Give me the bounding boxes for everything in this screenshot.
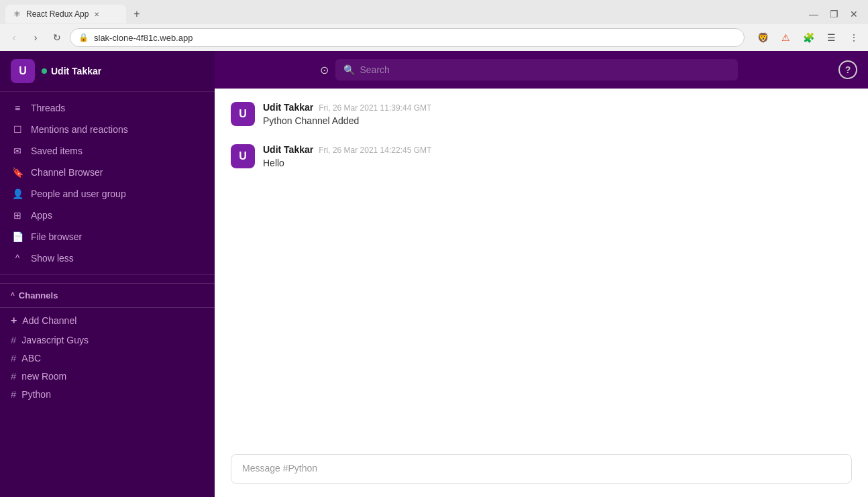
lock-icon: 🔒: [78, 33, 89, 42]
avatar: U: [231, 144, 255, 168]
channel-hash-icon: #: [11, 334, 16, 345]
message-content: Udit Takkar Fri, 26 Mar 2021 14:22:45 GM…: [263, 144, 852, 170]
sidebar-item-label: Show less: [31, 253, 74, 264]
channel-name: Javascript Guys: [21, 335, 89, 345]
browser-chrome: ⚛ React Redux App ✕ + — ❐ ✕ ‹ › ↻ 🔒 slak…: [0, 0, 868, 51]
sidebar-item-label: People and user group: [31, 188, 126, 199]
channels-header[interactable]: ^ Channels: [0, 286, 215, 305]
show-less-icon: ^: [11, 252, 24, 265]
app: U Udit Takkar ≡ Threads ☐ Mentions and r…: [0, 51, 868, 497]
threads-icon: ≡: [11, 101, 24, 115]
url-display: slak-clone-4f81c.web.app: [94, 33, 736, 43]
avatar: U: [11, 59, 35, 83]
sidebar-nav: ≡ Threads ☐ Mentions and reactions ✉ Sav…: [0, 92, 215, 275]
address-bar[interactable]: 🔒 slak-clone-4f81c.web.app: [70, 28, 745, 47]
message-item: U Udit Takkar Fri, 26 Mar 2021 11:39:44 …: [231, 102, 852, 128]
menu-button[interactable]: ⋮: [845, 29, 863, 46]
file-browser-icon: 📄: [11, 230, 24, 243]
add-channel-button[interactable]: + Add Channel: [0, 311, 215, 331]
apps-icon: ⊞: [11, 209, 24, 222]
channels-chevron-icon: ^: [11, 292, 15, 299]
browser-actions: 🦁 ⚠ 🧩 ☰ ⋮: [754, 29, 863, 46]
window-close-button[interactable]: ✕: [845, 5, 863, 23]
channel-name: ABC: [21, 353, 41, 364]
warning-icon[interactable]: ⚠: [777, 29, 794, 46]
message-text: Hello: [263, 156, 852, 170]
channel-item-javascript-guys[interactable]: # Javascript Guys: [0, 331, 215, 349]
new-tab-button[interactable]: +: [129, 6, 145, 22]
reload-button[interactable]: ↻: [48, 29, 66, 46]
message-content: Udit Takkar Fri, 26 Mar 2021 11:39:44 GM…: [263, 102, 852, 128]
tab-list-button[interactable]: ☰: [822, 29, 840, 46]
message-input-area: Message #Python: [215, 446, 868, 497]
tab-favicon: ⚛: [13, 9, 21, 19]
browser-tab[interactable]: ⚛ React Redux App ✕: [5, 5, 126, 23]
sidebar-item-channel-browser[interactable]: 🔖 Channel Browser: [0, 162, 215, 183]
sidebar-item-label: Saved items: [31, 146, 83, 156]
channel-hash-icon: #: [11, 352, 16, 364]
online-status-dot: [42, 68, 47, 74]
channel-hash-icon: #: [11, 388, 16, 400]
add-channel-plus-icon: +: [11, 315, 17, 327]
sidebar-item-mentions[interactable]: ☐ Mentions and reactions: [0, 119, 215, 140]
main-topbar: ⊙ 🔍 ?: [215, 51, 868, 89]
sidebar-item-label: Apps: [31, 210, 52, 221]
message-header: Udit Takkar Fri, 26 Mar 2021 11:39:44 GM…: [263, 102, 852, 113]
user-name-area: Udit Takkar: [42, 66, 101, 76]
message-header: Udit Takkar Fri, 26 Mar 2021 14:22:45 GM…: [263, 144, 852, 155]
message-time: Fri, 26 Mar 2021 11:39:44 GMT: [319, 103, 431, 113]
message-item: U Udit Takkar Fri, 26 Mar 2021 14:22:45 …: [231, 144, 852, 170]
channel-item-abc[interactable]: # ABC: [0, 349, 215, 367]
add-channel-label: Add Channel: [22, 315, 76, 326]
divider: [0, 283, 215, 284]
channel-hash-icon: #: [11, 370, 16, 382]
channel-browser-icon: 🔖: [11, 166, 24, 179]
tab-title: React Redux App: [26, 9, 89, 19]
user-name: Udit Takkar: [42, 66, 101, 76]
message-author: Udit Takkar: [263, 144, 313, 155]
channel-item-python[interactable]: # Python: [0, 385, 215, 403]
sidebar-item-apps[interactable]: ⊞ Apps: [0, 205, 215, 226]
sidebar-item-file-browser[interactable]: 📄 File browser: [0, 226, 215, 247]
window-maximize-button[interactable]: ❐: [825, 5, 843, 23]
sidebar-item-saved[interactable]: ✉ Saved items: [0, 140, 215, 162]
messages-area: U Udit Takkar Fri, 26 Mar 2021 11:39:44 …: [215, 89, 868, 446]
extensions-button[interactable]: 🧩: [800, 29, 817, 46]
window-minimize-button[interactable]: —: [805, 5, 822, 23]
search-area: ⊙ 🔍: [225, 59, 832, 80]
people-icon: 👤: [11, 187, 24, 201]
search-box: 🔍: [335, 59, 738, 80]
browser-controls: ‹ › ↻ 🔒 slak-clone-4f81c.web.app 🦁 ⚠ 🧩 ☰…: [0, 24, 868, 51]
saved-icon: ✉: [11, 144, 24, 158]
sidebar-item-threads[interactable]: ≡ Threads: [0, 97, 215, 119]
brave-icon[interactable]: 🦁: [754, 29, 771, 46]
sidebar: U Udit Takkar ≡ Threads ☐ Mentions and r…: [0, 51, 215, 497]
avatar: U: [231, 102, 255, 126]
forward-button[interactable]: ›: [27, 29, 44, 46]
message-input[interactable]: Message #Python: [231, 454, 852, 484]
channel-item-new-room[interactable]: # new Room: [0, 367, 215, 385]
sidebar-item-label: Threads: [31, 103, 65, 113]
search-input[interactable]: [360, 64, 730, 75]
sidebar-header: U Udit Takkar: [0, 51, 215, 92]
sidebar-item-label: Channel Browser: [31, 167, 103, 178]
sidebar-item-label: Mentions and reactions: [31, 124, 128, 135]
tab-close-button[interactable]: ✕: [94, 11, 99, 18]
sidebar-item-show-less[interactable]: ^ Show less: [0, 247, 215, 269]
message-time: Fri, 26 Mar 2021 14:22:45 GMT: [319, 146, 431, 155]
message-text: Python Channel Added: [263, 114, 852, 128]
mentions-icon: ☐: [11, 123, 24, 136]
main-content: ⊙ 🔍 ? U Udit Takkar Fri, 26 Mar 2021 11:…: [215, 51, 868, 497]
tab-bar: ⚛ React Redux App ✕ + — ❐ ✕: [0, 0, 868, 24]
back-button[interactable]: ‹: [5, 29, 23, 46]
history-button[interactable]: ⊙: [320, 64, 329, 76]
channels-section: ^ Channels + Add Channel # Javascript Gu…: [0, 275, 215, 408]
help-button[interactable]: ?: [838, 60, 857, 79]
channel-name: new Room: [21, 371, 66, 382]
channel-name: Python: [21, 389, 51, 400]
sidebar-item-people[interactable]: 👤 People and user group: [0, 183, 215, 205]
sidebar-item-label: File browser: [31, 231, 82, 242]
search-icon: 🔍: [343, 64, 355, 75]
message-author: Udit Takkar: [263, 102, 313, 113]
divider: [0, 307, 215, 308]
